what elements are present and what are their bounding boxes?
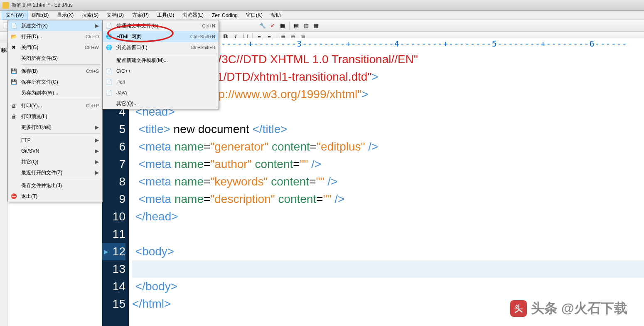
menu-item[interactable]: FTP▶ [8,135,102,146]
menu-item-icon [10,168,18,177]
code-line[interactable]: <body> [132,243,644,260]
menu-item[interactable]: 更多打印功能▶ [8,122,102,133]
menu-item-shortcut: Ctrl+O [86,34,99,39]
menu-item[interactable]: 文档(D) [103,11,128,20]
menu-item[interactable]: 其它(Q)▶ [8,156,102,167]
code-line[interactable]: <meta name="keywords" content="" /> [132,173,644,190]
menu-item-label: 保存(B) [21,68,86,75]
menu-item-label: 最近打开的文件(Z) [21,169,93,176]
menu-item[interactable]: 最近打开的文件(Z)▶ [8,167,102,178]
watermark: 头 头条 @火石下载 [510,299,627,318]
submenu-arrow-icon: ▶ [95,124,99,130]
menu-item[interactable]: 保存文件并退出(J) [8,180,102,191]
code-line[interactable]: <meta name="generator" content="editplus… [132,138,644,156]
menu-item-icon [10,136,18,144]
menu-item-label: 配置新建文件模板(M)... [116,57,215,64]
code-line[interactable]: </head> [132,208,644,225]
menu-item[interactable]: 显示(X) [53,11,78,20]
menu-item[interactable]: 窗口(K) [242,11,267,20]
menu-item-icon [10,181,18,190]
menu-item[interactable]: 其它(Q)... [103,98,219,109]
menu-item-label: Perl [116,79,215,85]
menu-item-label: 保存所有文件(C) [21,79,99,86]
menu-item[interactable]: 关闭所有文件(S) [8,53,102,64]
menu-item[interactable]: ⛔退出(T) [8,191,102,202]
line-number: 12 [102,243,125,260]
menu-item-label: 关闭(G) [21,44,85,51]
sidebar-directory[interactable]: 目录 [0,43,8,47]
menu-item-icon: 📂 [10,32,18,41]
menu-item-label: 更多打印功能 [21,124,93,131]
menu-item-label: HTML 网页 [116,33,190,40]
menu-item[interactable]: 📄普通纯文本文件(C)Ctrl+N [103,20,219,31]
code-line[interactable] [132,260,644,278]
menu-item-icon: 📄 [105,67,113,75]
check-icon[interactable]: ✔ [268,21,277,30]
line-number: 10 [102,208,125,225]
code-line[interactable] [132,225,644,243]
menu-item[interactable]: 工具(G) [153,11,178,20]
menu-item[interactable]: 📄Perl [103,77,219,87]
submenu-arrow-icon: ▶ [95,137,99,143]
menu-item[interactable]: 🖨打印预览(L) [8,111,102,122]
menu-item[interactable]: 🌐HTML 网页Ctrl+Shift+N [103,31,219,42]
code-line[interactable]: <title> new document </title> [132,121,644,138]
menu-item[interactable]: 💾保存所有文件(C) [8,77,102,87]
menu-item[interactable]: 🖨打印(Y)...Ctrl+P [8,100,102,111]
layout-icon[interactable]: ▤ [292,21,301,30]
menu-item-icon [10,89,18,97]
menu-item-shortcut: Ctrl+S [86,69,99,74]
menu-item[interactable]: 📂打开(D)...Ctrl+O [8,31,102,42]
submenu-arrow-icon: ▶ [95,23,99,29]
menu-item[interactable]: 方案(P) [128,11,153,20]
sidebar-drive[interactable]: [C:] [0,47,7,53]
menu-item-label: 新建文件(X) [21,22,93,30]
menu-separator [21,64,101,65]
line-number: 11 [102,225,125,243]
layout-icon[interactable]: ▥ [302,21,311,30]
menu-item[interactable]: 📄C/C++ [103,66,219,77]
menu-item[interactable]: 浏览器(L) [178,11,208,20]
menu-item[interactable]: 搜索(S) [78,11,103,20]
menu-item-icon: 💾 [10,78,18,86]
menu-item[interactable]: Git/SVN▶ [8,146,102,156]
menu-separator [21,99,101,99]
menu-item-icon: 🖨 [10,112,18,121]
line-number: 15 [102,295,125,313]
menu-separator [116,54,217,54]
tool-icon[interactable]: 🔧 [258,21,267,30]
menu-item-icon: 📄 [105,89,113,97]
menu-item-icon: ✖ [10,43,18,52]
menu-item[interactable]: 配置新建文件模板(M)... [103,55,219,66]
menu-item-label: 关闭所有文件(S) [21,55,99,62]
line-number: 9 [102,190,125,208]
menu-item[interactable]: 另存为副本(W)... [8,87,102,98]
menu-item[interactable]: Zen Coding [208,12,242,19]
menu-item[interactable]: 📄Java [103,87,219,98]
layout-icon[interactable]: ▦ [312,21,321,30]
menu-item-label: Java [116,90,215,96]
grid-icon[interactable]: ▦ [278,21,287,30]
menu-separator [21,179,101,179]
code-line[interactable]: <meta name="author" content="" /> [132,156,644,173]
menu-item[interactable]: 帮助 [267,11,285,20]
code-line[interactable]: <meta name="description" content="" /> [132,190,644,208]
menu-item-icon: 🌐 [105,32,113,41]
submenu-arrow-icon: ▶ [95,159,99,165]
menu-item[interactable]: 文件(W) [2,11,28,20]
menu-item-label: 打印(Y)... [21,102,86,109]
menu-item-shortcut: Ctrl+Shift+N [190,34,215,39]
menu-item-label: C/C++ [116,68,215,74]
new-file-submenu: 📄普通纯文本文件(C)Ctrl+N🌐HTML 网页Ctrl+Shift+N🌐浏览… [103,20,219,109]
menu-item[interactable]: 编辑(B) [28,11,53,20]
menu-item[interactable]: 📄新建文件(X)▶ [8,20,102,31]
menu-item[interactable]: 🌐浏览器窗口(L)Ctrl+Shift+B [103,42,219,53]
file-menu-dropdown: 📄新建文件(X)▶📂打开(D)...Ctrl+O✖关闭(G)Ctrl+W关闭所有… [7,20,103,202]
menu-item-icon: 🖨 [10,101,18,110]
menu-bar: 文件(W)编辑(B)显示(X)搜索(S)文档(D)方案(P)工具(G)浏览器(L… [0,11,644,20]
menu-item[interactable]: ✖关闭(G)Ctrl+W [8,42,102,53]
menu-item[interactable]: 💾保存(B)Ctrl+S [8,66,102,77]
code-line[interactable]: </body> [132,278,644,295]
menu-item-shortcut: Ctrl+P [86,103,99,108]
menu-item-label: 打开(D)... [21,33,86,40]
